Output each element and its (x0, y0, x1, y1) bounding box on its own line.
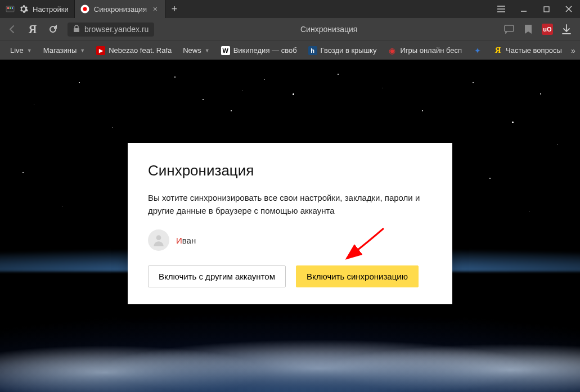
bookmark-shops[interactable]: Магазины▼ (39, 44, 89, 57)
puzzle-icon: ✦ (473, 46, 482, 55)
star-icon (540, 93, 541, 94)
downloads-icon[interactable] (561, 24, 572, 35)
page-title: Синхронизация (159, 25, 499, 34)
tab-settings[interactable]: Настройки (0, 0, 75, 18)
gear-icon (19, 4, 28, 13)
star-icon (113, 127, 113, 128)
addressbar: Я browser.yandex.ru Синхронизация uO (0, 18, 580, 40)
star-icon (557, 144, 557, 145)
bookmark-extension[interactable]: ✦ (469, 44, 487, 57)
url-text: browser.yandex.ru (84, 25, 149, 34)
svg-rect-3 (12, 7, 13, 9)
window-controls (490, 0, 580, 18)
star-icon (23, 172, 24, 173)
yandex-y-icon: Я (493, 46, 502, 55)
dialog-title: Синхронизация (148, 162, 432, 179)
star-icon (473, 82, 474, 83)
h-icon: h (308, 46, 317, 55)
lock-icon (73, 25, 80, 34)
reload-button[interactable] (45, 21, 61, 37)
bookmarks-bar: Live▼ Магазины▼ ▶Nebezao feat. Rafa News… (0, 40, 580, 60)
svg-rect-14 (505, 25, 514, 31)
star-icon (293, 93, 294, 95)
bookmarks-overflow[interactable]: » (569, 44, 578, 57)
bookmark-nebezao[interactable]: ▶Nebezao feat. Rafa (92, 44, 176, 57)
svg-rect-1 (7, 7, 9, 9)
bookmark-gvozdi[interactable]: hГвозди в крышку (304, 44, 381, 57)
back-button[interactable] (5, 21, 20, 37)
star-icon (489, 178, 491, 179)
button-row: Включить с другим аккаунтом Включить син… (148, 265, 432, 287)
bookmark-flag-icon[interactable] (523, 24, 534, 35)
minimize-button[interactable] (512, 0, 535, 18)
tab-label: Синхронизация (94, 5, 147, 13)
svg-rect-2 (10, 7, 11, 9)
svg-rect-13 (74, 28, 79, 32)
star-icon (79, 82, 80, 83)
svg-rect-10 (544, 7, 549, 12)
star-icon (264, 79, 265, 80)
star-icon (529, 211, 529, 212)
enable-sync-button[interactable]: Включить синхронизацию (296, 265, 419, 287)
bookmark-live[interactable]: Live▼ (6, 44, 37, 57)
feedback-icon[interactable] (503, 24, 515, 35)
star-icon (242, 91, 242, 91)
star-icon (422, 110, 423, 111)
user-name: Иван (176, 236, 196, 245)
tab-sync[interactable]: Синхронизация × (75, 0, 165, 18)
bookmark-wikipedia[interactable]: WВикипедия — своб (217, 44, 302, 57)
enable-other-account-button[interactable]: Включить с другим аккаунтом (148, 265, 286, 287)
ublock-extension-icon[interactable]: uO (542, 24, 553, 35)
chevron-down-icon: ▼ (205, 48, 210, 53)
tab-favicon-misc (6, 4, 15, 13)
yandex-favicon-icon (80, 4, 89, 13)
wikipedia-icon: W (221, 46, 230, 55)
star-icon (203, 99, 204, 100)
star-icon (338, 74, 339, 75)
new-tab-button[interactable]: + (165, 0, 183, 18)
youtube-icon: ▶ (96, 46, 105, 55)
toolbar-right: uO (503, 24, 572, 35)
maximize-button[interactable] (535, 0, 557, 18)
menu-icon[interactable] (490, 0, 512, 18)
svg-point-15 (156, 235, 161, 240)
content-area: Синхронизация Вы хотите синхронизировать… (0, 60, 580, 392)
tab-label: Настройки (33, 5, 69, 13)
game-icon: ◉ (388, 46, 397, 55)
star-icon (512, 121, 514, 123)
chevron-down-icon: ▼ (80, 48, 85, 53)
avatar (148, 229, 169, 251)
sync-dialog: Синхронизация Вы хотите синхронизировать… (128, 143, 452, 304)
star-icon (62, 206, 62, 206)
bookmark-news[interactable]: News▼ (178, 44, 214, 57)
bookmark-faq[interactable]: ЯЧастые вопросы (489, 44, 566, 57)
svg-point-5 (83, 7, 87, 11)
bookmark-games[interactable]: ◉Игры онлайн бесп (383, 44, 466, 57)
yandex-home-button[interactable]: Я (25, 21, 41, 37)
user-row: Иван (148, 229, 432, 251)
titlebar: Настройки Синхронизация × + (0, 0, 580, 18)
star-icon (34, 105, 34, 105)
chevron-down-icon: ▼ (27, 48, 32, 53)
star-icon (231, 110, 232, 111)
star-icon (174, 76, 176, 78)
close-button[interactable] (557, 0, 580, 18)
url-box[interactable]: browser.yandex.ru (68, 22, 154, 37)
star-icon (383, 88, 383, 88)
close-icon[interactable]: × (151, 5, 159, 13)
dialog-description: Вы хотите синхронизировать все свои наст… (148, 192, 432, 217)
